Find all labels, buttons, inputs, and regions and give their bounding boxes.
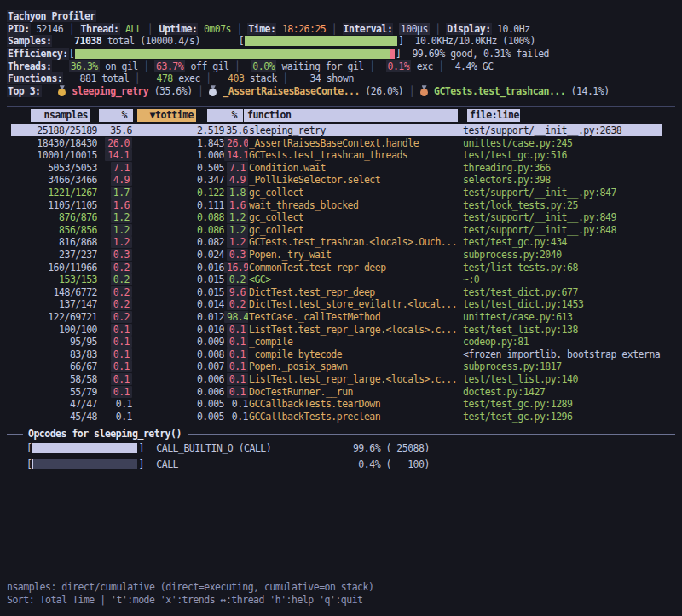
cell-own-pct: 0.3	[97, 249, 132, 261]
text-segment: ]	[398, 35, 414, 47]
cell-function: TestCase._callTestMethod	[248, 311, 461, 323]
cell-text: gc_collect	[249, 211, 303, 223]
text-segment: 403	[228, 72, 244, 84]
cell-text: test/support/__init__.py:848	[463, 224, 616, 236]
table-row[interactable]: 25188/2518935.62.51935.6sleeping_retryte…	[7, 124, 675, 137]
text-segment: exec	[173, 72, 206, 84]
table-row[interactable]: 876/8761.20.0881.2gc_collecttest/support…	[7, 211, 675, 224]
cell-own-pct: 0.2	[97, 273, 132, 285]
cell-text: 95/95	[70, 336, 97, 348]
col-header-file-line[interactable]: file:line	[467, 109, 520, 122]
cell-nsamples: 137/147	[14, 298, 97, 310]
cell-total-pct: 0.2	[224, 298, 248, 310]
cell-text: 18430/18430	[37, 137, 97, 149]
cell-total-pct: 0.1	[224, 373, 248, 385]
cell-own-pct: 14.1	[97, 149, 132, 161]
text-segment: GCTests.test_trashcan...	[434, 85, 565, 97]
cell-text: 876/876	[59, 211, 97, 223]
cell-text: 0.016	[197, 262, 224, 273]
cell-text: 16.9	[224, 262, 248, 273]
cell-text: codeop.py:81	[463, 336, 529, 348]
cell-text: 160/11966	[48, 262, 97, 273]
cell-file-line: test/support/__init__.py:848	[461, 224, 675, 236]
table-row[interactable]: 1221/12671.70.1221.8gc_collecttest/suppo…	[7, 187, 675, 199]
cell-file-line: test/test_gc.py:434	[461, 236, 675, 248]
cell-text: 0.006	[197, 386, 224, 398]
cell-own-pct: 0.1	[97, 411, 132, 423]
col-header-total-pct[interactable]: %	[207, 109, 243, 122]
col-header-own-pct[interactable]: %	[99, 109, 133, 122]
cell-tottime: 0.007	[132, 360, 224, 372]
table-row[interactable]: 55/790.10.0060.1DocTestRunner.__rundocte…	[7, 385, 675, 398]
col-header-tottime-sorted[interactable]: ▼tottime	[137, 109, 196, 122]
text-segment: waiting for gil	[276, 60, 369, 72]
text-segment: 0.1%	[386, 60, 412, 72]
table-row[interactable]: 137/1470.20.0140.2DictTest.test_store_ev…	[7, 298, 675, 311]
cell-file-line: test/test_list.py:138	[461, 324, 675, 336]
opcode-percent: 0.4% ( 100)	[334, 458, 430, 470]
cell-own-pct: 7.1	[97, 162, 132, 174]
table-row[interactable]: 10001/1001514.11.00014.1GCTests.test_tra…	[7, 149, 675, 162]
text-segment: total (10000.4/s)	[101, 35, 200, 47]
table-row[interactable]: 5053/50537.10.5057.1Condition.waitthread…	[7, 162, 675, 175]
table-row[interactable]: 100/1000.10.0100.1ListTest.test_repr_lar…	[7, 323, 675, 336]
cell-nsamples: 25188/25189	[14, 124, 97, 136]
table-row[interactable]: 47/470.10.0050.1GCCallbackTests.tearDown…	[7, 398, 675, 411]
top3-line: Top 3: sleeping_retry (35.6%) │ _AssertR…	[7, 85, 675, 98]
cell-text: 14.1	[224, 149, 248, 161]
cell-text: 1.2	[227, 236, 248, 248]
cell-text: 58/58	[70, 373, 97, 385]
table-row[interactable]: 58/580.10.0060.1ListTest.test_repr_large…	[7, 373, 675, 386]
text-segment: Tachyon Profiler	[7, 10, 96, 22]
cell-file-line: test/support/__init__.py:849	[461, 211, 675, 223]
table-row[interactable]: 160/119660.20.01616.9CommonTest.test_rep…	[7, 261, 675, 273]
text-segment	[240, 60, 251, 72]
table-row[interactable]: 153/1530.20.0150.2<GC>~:0	[7, 273, 675, 286]
cell-function: DictTest.test_repr_deep	[248, 286, 461, 298]
cell-text: <frozen importlib._bootstrap_externa	[463, 348, 660, 360]
threads-line: Threads: 36.3% on gil │ 63.7% off gil │ …	[7, 60, 675, 72]
col-header-function[interactable]: function	[244, 109, 458, 122]
cell-file-line: test/support/__init__.py:2638	[461, 124, 675, 136]
table-row[interactable]: 66/670.10.0070.1Popen._posix_spawnsubpro…	[7, 360, 675, 373]
cell-file-line: test/test_gc.py:516	[461, 149, 675, 161]
cell-text: 0.1	[111, 336, 132, 348]
profiler-terminal: Tachyon Profiler PID: 52146 │ Thread: AL…	[0, 0, 682, 616]
cell-total-pct: 16.9	[224, 262, 248, 273]
table-row[interactable]: 18430/1843026.01.84326.0_AssertRaisesBas…	[7, 136, 675, 149]
cell-nsamples: 1221/1267	[14, 187, 97, 199]
cell-tottime: 1.000	[132, 149, 224, 161]
text-segment: 52146	[31, 23, 64, 35]
table-row[interactable]: 122/697210.20.01298.4TestCase._callTestM…	[7, 311, 675, 324]
cell-function: CommonTest.test_repr_deep	[248, 262, 461, 273]
cell-nsamples: 83/83	[14, 348, 97, 360]
cell-function: ListTest.test_repr_large.<locals>.c...	[248, 373, 461, 385]
table-row[interactable]: 856/8561.20.0861.2gc_collecttest/support…	[7, 224, 675, 237]
table-row[interactable]: 45/480.10.0050.1GCCallbackTests.preclean…	[7, 410, 675, 423]
table-row[interactable]: 3466/34664.90.3474.9_PollLikeSelector.se…	[7, 174, 675, 187]
table-row[interactable]: 95/950.10.0090.1_compilecodeop.py:81	[7, 336, 675, 348]
table-row[interactable]: 83/830.10.0080.1_compile_bytecode<frozen…	[7, 348, 675, 360]
cell-function: _AssertRaisesBaseContext.handle	[248, 137, 461, 149]
cell-function: DictTest.test_store_evilattr.<local...	[248, 298, 461, 310]
opcodes-list: [] CALL_BUILTIN_O (CALL)99.6% ( 25088)[]…	[7, 440, 675, 473]
table-row[interactable]: 148/67720.20.0159.6DictTest.test_repr_de…	[7, 285, 675, 298]
table-row[interactable]: 237/2370.30.0240.3Popen._try_waitsubproc…	[7, 249, 675, 262]
cell-text: 0.1	[227, 386, 248, 398]
table-row[interactable]: 1105/11051.60.1111.6wait_threads_blocked…	[7, 199, 675, 211]
cell-text: test/support/__init__.py:849	[463, 211, 616, 223]
text-segment: │	[430, 23, 446, 35]
opcodes-divider: Opcodes for sleeping_retry()	[7, 428, 675, 440]
col-header-nsamples[interactable]: nsamples	[31, 109, 90, 122]
text-segment: 100µs	[399, 23, 430, 35]
text-segment: 881	[80, 72, 96, 84]
cell-text: 1.2	[111, 211, 132, 223]
cell-tottime: 0.014	[132, 298, 224, 310]
table-row[interactable]: 816/8681.20.0821.2GCTests.test_trashcan.…	[7, 236, 675, 249]
cell-text: threading.py:366	[463, 162, 551, 174]
cell-file-line: test/list_tests.py:68	[461, 262, 675, 273]
text-segment	[140, 72, 156, 84]
cell-text: test/test_dict.py:677	[463, 286, 578, 298]
cell-text: _AssertRaisesBaseContext.handle	[249, 137, 419, 149]
cell-file-line: test/test_gc.py:1289	[461, 398, 675, 410]
